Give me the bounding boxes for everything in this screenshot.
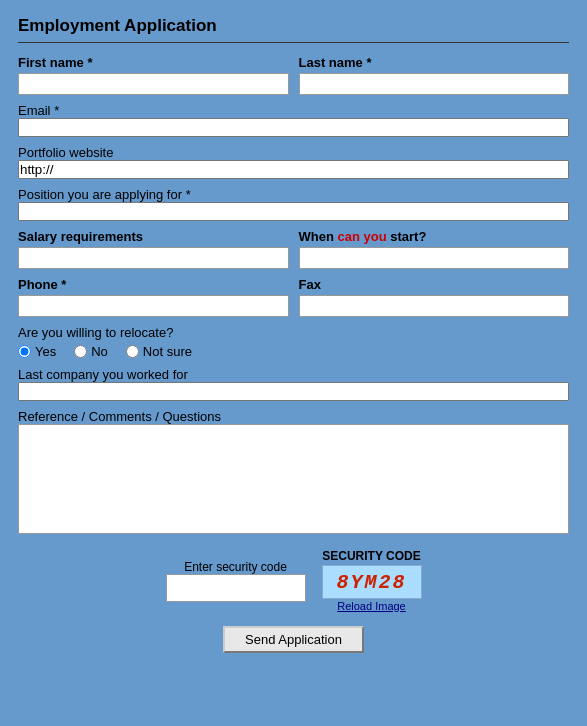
relocate-notsure-label: Not sure bbox=[143, 344, 192, 359]
portfolio-label: Portfolio website bbox=[18, 145, 113, 160]
salary-group: Salary requirements bbox=[18, 229, 289, 269]
relocate-no-label: No bbox=[91, 344, 108, 359]
comments-group: Reference / Comments / Questions bbox=[18, 409, 569, 537]
position-group: Position you are applying for * bbox=[18, 187, 569, 221]
relocate-label: Are you willing to relocate? bbox=[18, 325, 173, 340]
portfolio-input[interactable] bbox=[18, 160, 569, 179]
email-group: Email * bbox=[18, 103, 569, 137]
security-input-group: Enter security code bbox=[166, 560, 306, 602]
security-code-box: SECURITY CODE 8YM28 Reload Image bbox=[322, 549, 422, 612]
last-company-group: Last company you worked for bbox=[18, 367, 569, 401]
relocate-no-option: No bbox=[74, 344, 108, 359]
security-enter-label: Enter security code bbox=[184, 560, 287, 574]
relocate-notsure-radio[interactable] bbox=[126, 345, 139, 358]
first-name-label: First name * bbox=[18, 55, 289, 70]
phone-fax-row: Phone * Fax bbox=[18, 277, 569, 317]
submit-row: Send Application bbox=[18, 626, 569, 653]
first-name-group: First name * bbox=[18, 55, 289, 95]
fax-label: Fax bbox=[299, 277, 570, 292]
relocate-group: Are you willing to relocate? Yes No Not … bbox=[18, 325, 569, 359]
email-label: Email * bbox=[18, 103, 59, 118]
start-date-label: When can you start? bbox=[299, 229, 570, 244]
radio-group: Yes No Not sure bbox=[18, 344, 569, 359]
comments-textarea[interactable] bbox=[18, 424, 569, 534]
last-company-input[interactable] bbox=[18, 382, 569, 401]
phone-group: Phone * bbox=[18, 277, 289, 317]
security-code-image: 8YM28 bbox=[322, 565, 422, 599]
salary-start-row: Salary requirements When can you start? bbox=[18, 229, 569, 269]
security-code-input[interactable] bbox=[166, 574, 306, 602]
phone-label: Phone * bbox=[18, 277, 289, 292]
security-row: Enter security code SECURITY CODE 8YM28 … bbox=[18, 549, 569, 612]
relocate-yes-label: Yes bbox=[35, 344, 56, 359]
salary-input[interactable] bbox=[18, 247, 289, 269]
name-row: First name * Last name * bbox=[18, 55, 569, 95]
last-company-label: Last company you worked for bbox=[18, 367, 188, 382]
first-name-input[interactable] bbox=[18, 73, 289, 95]
relocate-notsure-option: Not sure bbox=[126, 344, 192, 359]
email-input[interactable] bbox=[18, 118, 569, 137]
salary-label: Salary requirements bbox=[18, 229, 289, 244]
relocate-yes-option: Yes bbox=[18, 344, 56, 359]
form-container: Employment Application First name * Last… bbox=[0, 0, 587, 673]
relocate-no-radio[interactable] bbox=[74, 345, 87, 358]
comments-label: Reference / Comments / Questions bbox=[18, 409, 221, 424]
last-name-label: Last name * bbox=[299, 55, 570, 70]
security-code-label: SECURITY CODE bbox=[322, 549, 420, 563]
fax-input[interactable] bbox=[299, 295, 570, 317]
start-date-input[interactable] bbox=[299, 247, 570, 269]
title-divider bbox=[18, 42, 569, 43]
page-title: Employment Application bbox=[18, 16, 569, 36]
fax-group: Fax bbox=[299, 277, 570, 317]
position-input[interactable] bbox=[18, 202, 569, 221]
portfolio-group: Portfolio website bbox=[18, 145, 569, 179]
position-label: Position you are applying for * bbox=[18, 187, 191, 202]
reload-image-link[interactable]: Reload Image bbox=[337, 600, 406, 612]
last-name-group: Last name * bbox=[299, 55, 570, 95]
submit-button[interactable]: Send Application bbox=[223, 626, 364, 653]
phone-input[interactable] bbox=[18, 295, 289, 317]
last-name-input[interactable] bbox=[299, 73, 570, 95]
start-date-group: When can you start? bbox=[299, 229, 570, 269]
relocate-yes-radio[interactable] bbox=[18, 345, 31, 358]
